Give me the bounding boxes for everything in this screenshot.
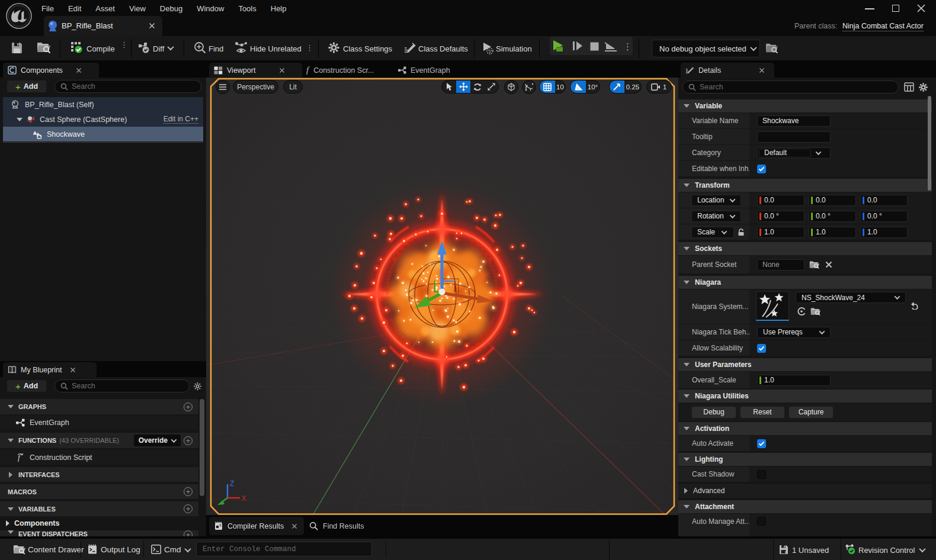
svg-text:*: *	[785, 550, 787, 555]
svg-text:Z: Z	[230, 479, 234, 488]
svg-text:X: X	[242, 494, 246, 503]
